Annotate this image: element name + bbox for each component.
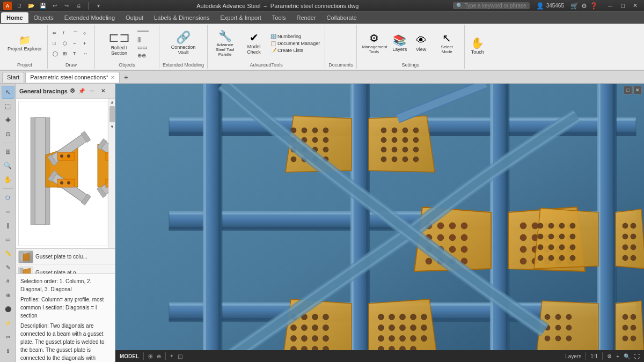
obj-beam-btn[interactable]: ═══	[136, 28, 150, 35]
plus-icon[interactable]: +	[616, 353, 619, 359]
tab-export[interactable]: Export & Import	[215, 12, 266, 23]
minimize-btn[interactable]: ─	[604, 1, 616, 11]
numbering-btn[interactable]: 🔢 Numbering	[269, 33, 321, 40]
doc-manager-btn[interactable]: 📋 Document Manager	[269, 40, 321, 47]
open-btn[interactable]: 📂	[27, 2, 35, 10]
touch-btn[interactable]: ✋ Touch	[468, 36, 487, 56]
draw-text-btn[interactable]: T	[71, 49, 81, 58]
draw-ellipse-btn[interactable]: ◯	[51, 49, 61, 58]
tool-props[interactable]: ℹ	[2, 344, 14, 357]
bracing-label-1: Gusset plate to colu...	[35, 254, 87, 260]
tool-connection[interactable]: ⬡	[2, 191, 14, 204]
new-btn[interactable]: 🗋	[15, 2, 24, 10]
draw-circle-btn[interactable]: ○	[82, 28, 91, 38]
misc-btn1[interactable]: ▾	[94, 2, 103, 10]
draw-spline-btn[interactable]: ~	[71, 39, 81, 48]
tab-objects[interactable]: Objects	[28, 12, 59, 23]
connection-vault-icon: 🔗	[176, 32, 191, 43]
tool-zoom-win[interactable]: 🔍	[2, 159, 14, 172]
tool-zoom-ext[interactable]: ⊞	[2, 145, 14, 158]
draw-dim-btn[interactable]: ↔	[82, 49, 91, 58]
svg-marker-33	[23, 253, 30, 261]
tool-grid[interactable]: #	[2, 275, 14, 287]
bracings-close-btn[interactable]: ✕	[99, 87, 107, 95]
help-icon[interactable]: ❓	[590, 2, 598, 10]
tool-cross[interactable]: ✚	[2, 114, 14, 127]
close-btn[interactable]: ✕	[629, 1, 641, 11]
select-mode-btn[interactable]: ↖ Select Mode	[433, 32, 461, 55]
tool-bolt[interactable]: ⚫	[2, 302, 14, 315]
bracings-pin-btn[interactable]: 📌	[77, 87, 86, 95]
undo-btn[interactable]: ↩	[50, 2, 59, 10]
management-tools-btn[interactable]: ⚙ Management Tools	[360, 32, 388, 55]
new-tab-btn[interactable]: +	[121, 72, 131, 83]
tool-plate[interactable]: ▭	[2, 233, 14, 246]
user-icon: 👤	[536, 2, 544, 10]
preview-scrollbar[interactable]: ▲ ▼	[108, 99, 115, 248]
settings-icon[interactable]: ⚙	[581, 2, 587, 10]
svg-point-122	[381, 157, 386, 162]
bracings-minimize-btn[interactable]: ─	[88, 87, 97, 95]
restore-btn[interactable]: ◻	[617, 1, 628, 11]
tab-output[interactable]: Output	[120, 12, 149, 23]
tab-home[interactable]: Home	[1, 12, 28, 23]
draw-arc-btn[interactable]: ⌒	[71, 28, 81, 38]
save-btn[interactable]: 💾	[39, 2, 47, 10]
draw-hatch-btn[interactable]: ⊞	[61, 49, 71, 58]
tab-render[interactable]: Render	[291, 12, 321, 23]
tool-select[interactable]: ↖	[2, 86, 14, 99]
tab-start[interactable]: Start	[2, 72, 24, 83]
layers-btn[interactable]: 📚 Layers	[390, 34, 409, 53]
model-check-btn[interactable]: ✔ Model Check	[241, 31, 267, 56]
tool-annotate[interactable]: ✎	[2, 261, 14, 274]
draw-pencil-btn[interactable]: ✏	[51, 28, 61, 38]
settings-status-icon[interactable]: ⚙	[607, 353, 612, 359]
viewport-restore-btn[interactable]: □	[624, 86, 632, 94]
obj-plate-btn[interactable]: ▭▭	[136, 44, 150, 51]
obj-bolt-btn[interactable]: ⊕⊕	[136, 52, 150, 59]
tool-lasso[interactable]: ⊙	[2, 128, 14, 141]
model-check-label: Model Check	[243, 44, 265, 55]
tool-weld[interactable]: ⚡	[2, 316, 14, 329]
cart-icon[interactable]: 🛒	[570, 2, 579, 10]
search-placeholder[interactable]: Type a keyword or phrase	[465, 3, 526, 9]
tool-measure[interactable]: 📏	[2, 247, 14, 260]
draw-xline-btn[interactable]: +	[82, 39, 91, 48]
tab-tools[interactable]: Tools	[267, 12, 291, 23]
tool-palette-btn[interactable]: 🔧 Advance Steel Tool Palette	[211, 29, 239, 58]
bracing-item-2[interactable]: Gusset plate at o...	[16, 265, 115, 274]
scroll-down-btn[interactable]: ▼	[109, 123, 115, 130]
plot-btn[interactable]: 🖨	[74, 2, 83, 10]
tool-window-select[interactable]: ⬚	[2, 100, 14, 113]
tab-extended-modeling[interactable]: Extended Modeling	[59, 12, 120, 23]
redo-btn[interactable]: ↪	[62, 2, 71, 10]
bracing-item-1[interactable]: Gusset plate to colu...	[16, 249, 115, 265]
tab-close-btn[interactable]: ✕	[111, 75, 115, 80]
tab-labels[interactable]: Labels & Dimensions	[149, 12, 215, 23]
rolled-i-btn[interactable]: ⊏⊐ Rolled I Section	[104, 30, 135, 57]
draw-rect-btn[interactable]: □	[51, 39, 61, 48]
svg-marker-218	[534, 208, 598, 269]
zoom-in-icon[interactable]: 🔍	[624, 353, 630, 359]
bracings-settings-icon[interactable]: ⚙	[70, 87, 75, 94]
create-lists-btn[interactable]: 📝 Create Lists	[269, 47, 321, 54]
scroll-thumb[interactable]	[109, 106, 115, 122]
layer-display[interactable]: Layers	[565, 353, 581, 359]
viewport-close-btn[interactable]: ✕	[633, 86, 642, 94]
tab-collaborate[interactable]: Collaborate	[321, 12, 362, 23]
tool-edit[interactable]: ✂	[2, 330, 14, 343]
tab-parametric[interactable]: Parametric steel connections* ✕	[25, 72, 120, 83]
scroll-up-btn[interactable]: ▲	[109, 99, 115, 105]
draw-line-btn[interactable]: /	[61, 28, 71, 38]
project-explorer-btn[interactable]: 📁 Project Explorer	[5, 34, 44, 53]
connection-vault-label: Connection Vault	[169, 45, 198, 55]
fullscreen-icon[interactable]: ⛶	[634, 353, 640, 359]
tool-snap[interactable]: ⊕	[2, 289, 14, 301]
draw-poly-btn[interactable]: ⬡	[61, 39, 71, 48]
tool-pan[interactable]: ✋	[2, 173, 14, 186]
tool-column[interactable]: ‖	[2, 219, 14, 232]
view-btn[interactable]: 👁 View	[412, 34, 431, 53]
obj-column-btn[interactable]: |||	[136, 36, 150, 43]
connection-vault-btn[interactable]: 🔗 Connection Vault	[166, 31, 200, 56]
tool-beam[interactable]: ═	[2, 205, 14, 218]
